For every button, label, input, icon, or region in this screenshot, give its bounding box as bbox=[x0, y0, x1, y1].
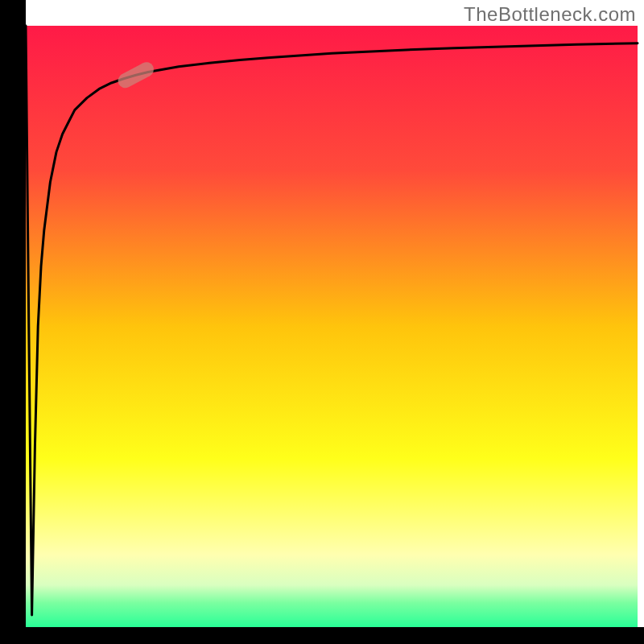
watermark-text: TheBottleneck.com bbox=[464, 3, 636, 26]
x-axis-border bbox=[0, 627, 644, 644]
plot-background bbox=[26, 26, 638, 627]
y-axis-border bbox=[0, 0, 26, 644]
bottleneck-chart bbox=[0, 0, 644, 644]
chart-container: TheBottleneck.com bbox=[0, 0, 644, 644]
